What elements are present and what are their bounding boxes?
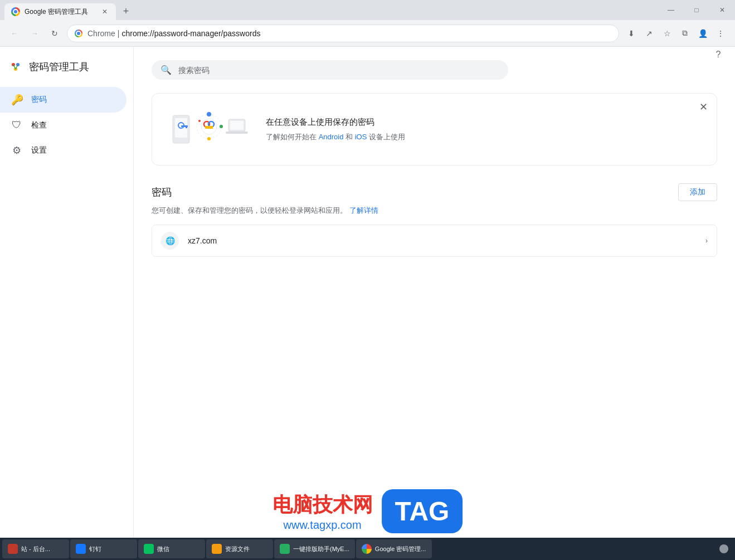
sidebar: 密码管理工具 🔑 密码 🛡 检查 ⚙ 设置	[0, 47, 134, 538]
svg-rect-21	[226, 132, 248, 134]
yijianpai-icon	[280, 544, 290, 554]
sidebar-header: 密码管理工具	[0, 56, 133, 82]
chrome-icon	[11, 7, 20, 16]
menu-button[interactable]: ⋮	[713, 26, 728, 41]
banner-text: 在任意设备上使用保存的密码 了解如何开始在 Android 和 iOS 设备上使…	[266, 117, 405, 142]
security-icon	[74, 29, 83, 38]
password-manager-logo	[9, 60, 22, 74]
forward-button[interactable]: →	[27, 26, 42, 41]
taskbar-label-files: 资源文件	[225, 545, 250, 553]
svg-rect-9	[186, 126, 187, 128]
chrome-omnibox-icon	[75, 30, 82, 37]
tab-close-button[interactable]: ✕	[100, 7, 109, 16]
passwords-section-header: 密码 添加	[152, 183, 717, 201]
banner-card: ✕	[152, 93, 717, 165]
taskbar-item-wechat[interactable]: 微信	[138, 539, 205, 558]
gear-icon: ⚙	[11, 144, 22, 157]
browser-content: 密码管理工具 🔑 密码 🛡 检查 ⚙ 设置 ? 🔍	[0, 47, 735, 538]
address-bar: ← → ↻ Chrome | chrome://password-manager…	[0, 20, 735, 47]
profile-button[interactable]: 👤	[695, 26, 710, 41]
split-view-button[interactable]: ⧉	[677, 26, 693, 41]
chrome-taskbar-icon	[362, 544, 372, 554]
wechat-icon	[144, 544, 154, 554]
learn-more-link[interactable]: 了解详情	[349, 206, 378, 215]
taskbar: 站 - 后台... 钉钉 微信 资源文件 一键排版助手(MyE... Googl…	[0, 538, 735, 560]
banner-description: 了解如何开始在 Android 和 iOS 设备上使用	[266, 132, 405, 142]
taskbar-item-dingding[interactable]: 钉钉	[70, 539, 137, 558]
refresh-button[interactable]: ↻	[47, 26, 62, 41]
passwords-section-title: 密码	[152, 186, 172, 199]
sidebar-item-checkup-label: 检查	[31, 120, 47, 130]
taskbar-item-station[interactable]: 站 - 后台...	[2, 539, 69, 558]
banner-svg	[170, 107, 248, 152]
sidebar-item-checkup[interactable]: 🛡 检查	[0, 113, 126, 138]
omnibox-url: Chrome | chrome://password-manager/passw…	[87, 29, 612, 38]
svg-point-13	[207, 137, 211, 140]
search-icon: 🔍	[160, 65, 172, 75]
taskbar-label-station: 站 - 后台...	[21, 545, 50, 553]
station-icon	[8, 544, 18, 554]
item-arrow-icon: ›	[705, 237, 708, 245]
banner-close-button[interactable]: ✕	[697, 100, 710, 114]
site-icon: 🌐	[161, 232, 179, 250]
taskbar-label-dingding: 钉钉	[89, 545, 101, 553]
sidebar-title: 密码管理工具	[29, 60, 89, 74]
maximize-button[interactable]: □	[684, 0, 709, 20]
banner-title: 在任意设备上使用保存的密码	[266, 117, 405, 128]
sidebar-item-passwords-label: 密码	[31, 95, 47, 105]
taskbar-label-chrome: Google 密码管理...	[375, 545, 426, 553]
close-button[interactable]: ✕	[709, 0, 735, 20]
sidebar-item-passwords[interactable]: 🔑 密码	[0, 87, 126, 113]
taskbar-item-chrome[interactable]: Google 密码管理...	[356, 539, 432, 558]
android-link[interactable]: Android	[319, 133, 344, 141]
site-name: xz7.com	[188, 236, 697, 245]
chrome-label: Chrome	[87, 29, 115, 38]
svg-point-11	[207, 112, 211, 116]
sidebar-nav: 🔑 密码 🛡 检查 ⚙ 设置	[0, 87, 133, 163]
taskbar-right-icon	[719, 544, 728, 553]
window-controls: — □ ✕	[658, 0, 735, 20]
help-icon: ?	[716, 50, 721, 60]
add-password-button[interactable]: 添加	[678, 183, 717, 201]
title-bar: Google 密码管理工具 ✕ + — □ ✕	[0, 0, 735, 20]
svg-rect-20	[230, 121, 244, 130]
dingding-icon	[76, 544, 86, 554]
help-button[interactable]: ?	[710, 47, 726, 62]
password-item-xz7[interactable]: 🌐 xz7.com ›	[152, 225, 717, 257]
minimize-button[interactable]: —	[658, 0, 684, 20]
password-list: 🌐 xz7.com ›	[152, 225, 717, 257]
bookmark-button[interactable]: ☆	[659, 26, 675, 41]
ios-link[interactable]: iOS	[355, 133, 367, 141]
tab-title: Google 密码管理工具	[25, 7, 96, 17]
svg-point-12	[220, 125, 223, 128]
banner-illustration	[170, 107, 248, 152]
download-button[interactable]: ⬇	[624, 26, 639, 41]
shield-icon: 🛡	[11, 119, 22, 131]
active-tab[interactable]: Google 密码管理工具 ✕	[4, 3, 116, 20]
toolbar-right: ⬇ ↗ ☆ ⧉ 👤 ⋮	[624, 26, 728, 41]
tab-favicon	[11, 7, 20, 16]
back-button[interactable]: ←	[7, 26, 22, 41]
sidebar-item-settings-label: 设置	[31, 145, 47, 155]
taskbar-item-files[interactable]: 资源文件	[206, 539, 273, 558]
new-tab-button[interactable]: +	[118, 3, 134, 19]
share-button[interactable]: ↗	[641, 26, 657, 41]
sidebar-item-settings[interactable]: ⚙ 设置	[0, 138, 126, 163]
passwords-section-desc: 您可创建、保存和管理您的密码，以便轻松登录网站和应用。 了解详情	[152, 206, 717, 216]
taskbar-label-wechat: 微信	[157, 545, 169, 553]
taskbar-label-yijianpai: 一键排版助手(MyE...	[293, 545, 349, 553]
omnibox[interactable]: Chrome | chrome://password-manager/passw…	[67, 25, 619, 42]
tab-strip: Google 密码管理工具 ✕ +	[0, 0, 134, 20]
svg-rect-18	[205, 126, 213, 129]
search-box[interactable]: 🔍	[152, 60, 508, 80]
main-content: ? 🔍 ✕	[134, 47, 735, 538]
files-icon	[212, 544, 222, 554]
taskbar-item-yijianpai[interactable]: 一键排版助手(MyE...	[274, 539, 355, 558]
url-separator: |	[118, 29, 120, 38]
search-input[interactable]	[178, 66, 499, 75]
key-icon: 🔑	[11, 94, 22, 106]
taskbar-right	[719, 544, 733, 553]
svg-point-14	[198, 120, 201, 122]
url-path: chrome://password-manager/passwords	[121, 29, 260, 38]
